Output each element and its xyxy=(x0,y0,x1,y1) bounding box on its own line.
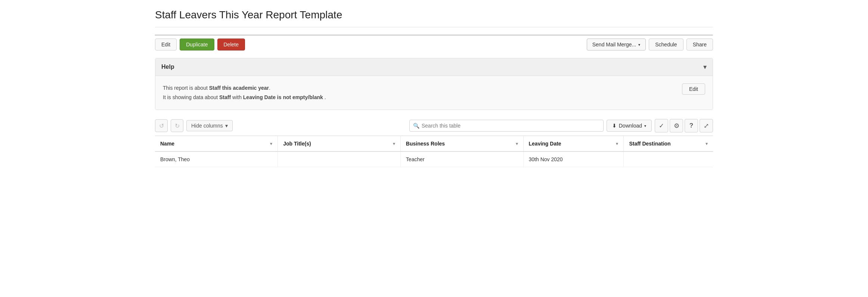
col-header-leaving-date: Leaving Date ▾ xyxy=(523,136,624,151)
col-leaving-filter-icon[interactable]: ▾ xyxy=(616,141,618,146)
cell-name-0: Brown, Theo xyxy=(155,151,278,167)
help-line1-suffix: . xyxy=(269,85,270,91)
help-line2-prefix: It is showing data about xyxy=(163,94,219,100)
toolbar-left: Edit Duplicate Delete xyxy=(155,39,245,50)
help-edit-button[interactable]: Edit xyxy=(682,83,705,95)
col-header-staff-destination: Staff Destination ▾ xyxy=(624,136,713,151)
col-header-job-titles: Job Title(s) ▾ xyxy=(278,136,401,151)
toolbar-right: Send Mail Merge... ▾ Schedule Share xyxy=(587,39,713,50)
col-name-label: Name xyxy=(160,141,174,147)
cell-staff_destination-0 xyxy=(624,151,713,167)
help-line1-prefix: This report is about xyxy=(163,85,209,91)
settings-button[interactable]: ⚙ xyxy=(670,119,683,132)
search-input[interactable] xyxy=(409,120,604,132)
mail-merge-caret-icon: ▾ xyxy=(638,43,640,47)
help-description: This report is about Staff this academic… xyxy=(163,83,326,102)
help-content: This report is about Staff this academic… xyxy=(155,76,713,110)
hide-columns-button[interactable]: Hide columns ▾ xyxy=(186,120,233,131)
schedule-button[interactable]: Schedule xyxy=(649,39,683,50)
page-title: Staff Leavers This Year Report Template xyxy=(155,9,713,27)
toolbar: Edit Duplicate Delete Send Mail Merge...… xyxy=(155,36,713,53)
share-button[interactable]: Share xyxy=(686,39,713,50)
col-biz-label: Business Roles xyxy=(406,141,445,147)
col-job-filter-icon[interactable]: ▾ xyxy=(393,141,395,146)
help-line1-bold: Staff this academic year xyxy=(209,85,269,91)
col-dest-filter-icon[interactable]: ▾ xyxy=(706,141,708,146)
col-name-filter-icon[interactable]: ▾ xyxy=(270,141,272,146)
col-header-name: Name ▾ xyxy=(155,136,278,151)
mail-merge-label: Send Mail Merge... xyxy=(592,42,636,48)
col-dest-label: Staff Destination xyxy=(629,141,670,147)
help-collapse-icon: ▾ xyxy=(703,63,707,71)
redo-button[interactable]: ↻ xyxy=(171,119,183,132)
cell-leaving_date-0: 30th Nov 2020 xyxy=(523,151,624,167)
help-line2-mid: with xyxy=(231,94,243,100)
expand-button[interactable]: ⤢ xyxy=(700,119,713,132)
cell-job_titles-0 xyxy=(278,151,401,167)
download-icon: ⬇ xyxy=(612,123,617,129)
help-section: Help ▾ This report is about Staff this a… xyxy=(155,58,713,110)
checkmark-icon: ✓ xyxy=(659,122,664,130)
hide-columns-label: Hide columns xyxy=(191,123,223,129)
undo-button[interactable]: ↺ xyxy=(155,119,168,132)
checkmark-button[interactable]: ✓ xyxy=(655,119,668,132)
edit-button[interactable]: Edit xyxy=(155,39,177,50)
gear-icon: ⚙ xyxy=(674,122,679,130)
download-button[interactable]: ⬇ Download ▾ xyxy=(607,120,652,132)
redo-icon: ↻ xyxy=(175,122,180,129)
help-line2-bold1: Staff xyxy=(219,94,231,100)
download-caret-icon: ▾ xyxy=(644,124,646,128)
question-icon: ? xyxy=(689,122,693,129)
cell-business_roles-0: Teacher xyxy=(400,151,523,167)
help-title: Help xyxy=(161,64,174,70)
help-header[interactable]: Help ▾ xyxy=(155,58,713,76)
table-row: Brown, TheoTeacher30th Nov 2020 xyxy=(155,151,713,167)
duplicate-button[interactable]: Duplicate xyxy=(180,39,214,50)
help-line2-suffix: . xyxy=(323,94,326,100)
col-job-label: Job Title(s) xyxy=(283,141,311,147)
send-mail-merge-button[interactable]: Send Mail Merge... ▾ xyxy=(587,39,646,50)
help-line2-bold2: Leaving Date is not empty/blank xyxy=(243,94,323,100)
col-header-business-roles: Business Roles ▾ xyxy=(400,136,523,151)
col-leaving-label: Leaving Date xyxy=(529,141,561,147)
table-controls: ↺ ↻ Hide columns ▾ 🔍 ⬇ Download ▾ ✓ ⚙ xyxy=(155,114,713,136)
table-header-row: Name ▾ Job Title(s) ▾ Business Roles ▾ xyxy=(155,136,713,151)
search-icon: 🔍 xyxy=(413,123,419,129)
expand-icon: ⤢ xyxy=(704,122,709,130)
delete-button[interactable]: Delete xyxy=(217,39,245,50)
search-wrapper: 🔍 xyxy=(409,120,604,132)
hide-columns-caret-icon: ▾ xyxy=(225,123,228,129)
col-biz-filter-icon[interactable]: ▾ xyxy=(516,141,518,146)
help-button[interactable]: ? xyxy=(685,119,698,132)
download-label: Download xyxy=(619,123,642,129)
undo-icon: ↺ xyxy=(159,122,164,129)
data-table: Name ▾ Job Title(s) ▾ Business Roles ▾ xyxy=(155,136,713,167)
table-action-icons: ✓ ⚙ ? ⤢ xyxy=(655,119,713,132)
